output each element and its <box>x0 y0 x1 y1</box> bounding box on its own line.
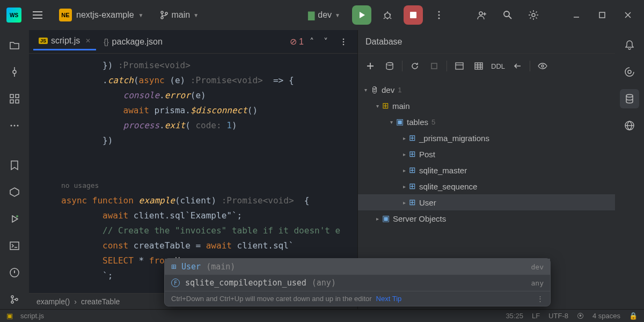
status-file[interactable]: script.js <box>20 312 44 320</box>
branch-name: main <box>172 10 191 20</box>
refresh-button[interactable] <box>408 59 422 73</box>
tree-server-objects[interactable]: ▸ ▣ Server Objects <box>358 210 615 226</box>
status-line-ending[interactable]: LF <box>532 312 540 320</box>
chevron-right-icon: ▸ <box>403 151 406 157</box>
tree-table[interactable]: ▸⊞sqlite_sequence <box>358 178 615 194</box>
main-menu-button[interactable] <box>28 5 47 25</box>
no-usages-hint: no usages <box>61 178 357 193</box>
chevron-down-icon: ▾ <box>364 87 367 93</box>
terminal-tool-button[interactable] <box>5 236 24 255</box>
build-tool-button[interactable] <box>5 182 24 202</box>
svg-point-27 <box>343 41 345 42</box>
function-icon: F <box>171 279 180 287</box>
commit-tool-button[interactable] <box>5 62 24 82</box>
tree-tables-folder[interactable]: ▾ ▣ tables 5 <box>358 114 615 130</box>
table-icon: ⊞ <box>409 197 416 207</box>
git-branch-selector[interactable]: main ▼ <box>156 8 203 22</box>
more-tools-button[interactable] <box>5 116 24 135</box>
code-editor[interactable]: }) :Promise<void> .catch(async (e) :Prom… <box>29 54 357 293</box>
structure-tool-button[interactable] <box>5 89 24 108</box>
maximize-window-button[interactable] <box>592 5 612 25</box>
status-caret-pos[interactable]: 35:25 <box>506 312 523 320</box>
stop-db-button[interactable] <box>427 59 441 73</box>
table-icon: ⊞ <box>409 181 416 191</box>
stop-button[interactable] <box>404 5 423 25</box>
navigate-button[interactable] <box>510 59 524 73</box>
code-with-me-button[interactable] <box>472 5 492 25</box>
status-file-icon: ▣ <box>6 312 13 320</box>
svg-rect-16 <box>16 100 19 103</box>
project-tool-button[interactable] <box>5 35 24 55</box>
tree-table[interactable]: ▸⊞sqlite_master <box>358 162 615 178</box>
tree-datasource[interactable]: ▾ 🛢 dev 1 <box>358 82 615 98</box>
error-indicator[interactable]: ⊘ 1 <box>290 36 304 47</box>
project-icon: NE <box>59 9 72 21</box>
completion-item[interactable]: F sqlite_compileoption_used(any) any <box>165 275 550 291</box>
svg-point-24 <box>11 301 13 303</box>
svg-point-1 <box>161 17 163 19</box>
table-icon: ⊞ <box>409 165 416 175</box>
status-encoding[interactable]: UTF-8 <box>548 312 568 320</box>
chevron-down-icon: ▼ <box>138 12 144 18</box>
svg-rect-13 <box>10 94 13 98</box>
svg-rect-30 <box>431 63 437 69</box>
completion-more-icon[interactable]: ⋮ <box>537 295 544 303</box>
svg-point-17 <box>11 125 12 127</box>
run-configuration-selector[interactable]: ▇ dev ▼ <box>303 8 346 23</box>
preview-button[interactable] <box>536 59 550 73</box>
svg-point-9 <box>504 11 509 17</box>
debug-button[interactable] <box>378 5 397 25</box>
svg-point-23 <box>11 296 13 298</box>
add-datasource-button[interactable] <box>363 59 377 73</box>
notifications-tool-button[interactable] <box>620 35 639 55</box>
tree-table[interactable]: ▸⊞_prisma_migrations <box>358 130 615 146</box>
tab-label: package.json <box>112 37 163 47</box>
sqlite-icon: 🛢 <box>370 85 378 94</box>
table-icon: ⊞ <box>409 133 416 143</box>
close-window-button[interactable] <box>618 5 638 25</box>
prev-highlight-button[interactable]: ˄ <box>306 36 318 48</box>
status-lock-icon[interactable]: 🔒 <box>629 312 638 320</box>
bookmarks-tool-button[interactable] <box>5 156 24 175</box>
chevron-right-icon: › <box>74 297 77 306</box>
project-selector[interactable]: NE nextjs-example ▼ <box>54 6 149 24</box>
tab-more-button[interactable] <box>334 32 353 52</box>
tab-script-js[interactable]: JS script.js ✕ <box>33 33 96 50</box>
status-reader-mode-icon[interactable]: ⦿ <box>577 312 584 320</box>
chevron-right-icon: ▸ <box>403 184 406 189</box>
chevron-right-icon: ▸ <box>403 135 406 141</box>
jump-to-console-button[interactable] <box>452 59 466 73</box>
more-actions-button[interactable] <box>429 5 449 25</box>
next-tip-link[interactable]: Next Tip <box>376 295 402 303</box>
tree-table[interactable]: ▸⊞Post <box>358 146 615 162</box>
svg-point-28 <box>343 43 345 45</box>
svg-point-35 <box>626 94 633 97</box>
tab-package-json[interactable]: {} package.json <box>98 34 168 50</box>
breadcrumb-item[interactable]: example() <box>36 297 70 306</box>
completion-item[interactable]: ⊞ User (main) dev <box>165 259 550 275</box>
data-grid-button[interactable] <box>472 59 486 73</box>
run-button[interactable] <box>352 5 371 25</box>
svg-rect-4 <box>410 12 416 18</box>
ddl-button[interactable]: DDL <box>491 62 505 70</box>
web-tool-button[interactable] <box>620 116 639 135</box>
code-completion-popup[interactable]: ⊞ User (main) dev F sqlite_compileoption… <box>164 258 551 306</box>
database-tool-button[interactable] <box>620 89 639 108</box>
close-tab-icon[interactable]: ✕ <box>85 37 91 45</box>
svg-point-25 <box>16 298 18 301</box>
svg-point-19 <box>17 125 19 127</box>
next-highlight-button[interactable]: ˅ <box>320 36 332 48</box>
tree-table-selected[interactable]: ▸⊞User <box>358 194 615 210</box>
problems-tool-button[interactable] <box>5 263 24 282</box>
tree-schema[interactable]: ▾ ⊞ main <box>358 98 615 114</box>
search-everywhere-button[interactable] <box>498 5 517 25</box>
folder-icon: ▣ <box>382 214 390 223</box>
datasource-properties-button[interactable] <box>383 59 397 73</box>
vcs-tool-button[interactable] <box>5 290 24 309</box>
breadcrumb-item[interactable]: createTable <box>81 297 120 306</box>
settings-button[interactable] <box>524 5 543 25</box>
ai-tool-button[interactable] <box>620 62 639 82</box>
run-tool-button[interactable] <box>5 209 24 229</box>
status-indent[interactable]: 4 spaces <box>592 312 620 320</box>
minimize-window-button[interactable] <box>567 5 586 25</box>
